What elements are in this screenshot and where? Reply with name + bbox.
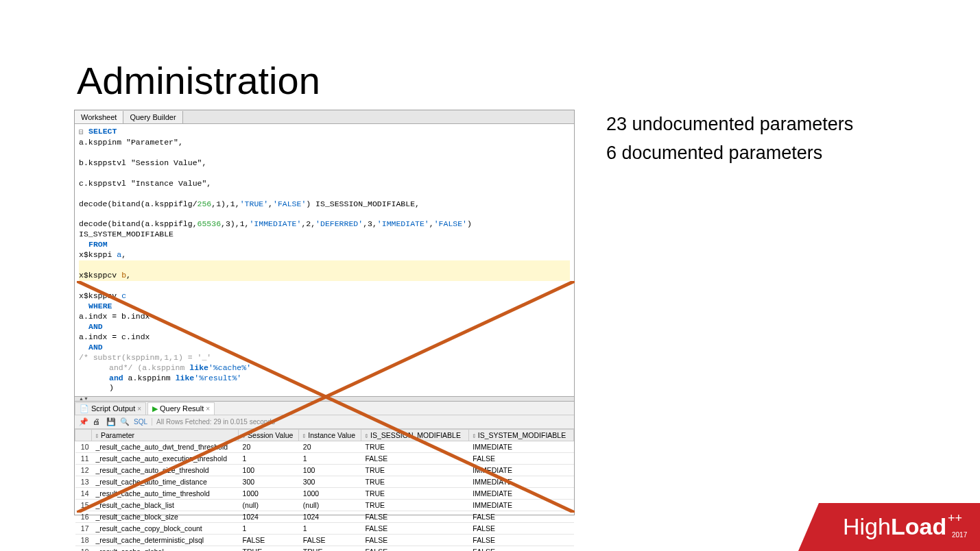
tab-query-builder[interactable]: Query Builder bbox=[123, 111, 182, 123]
table-row[interactable]: 19_result_cache_globalTRUETRUEFALSEFALSE bbox=[75, 546, 574, 551]
table-row[interactable]: 18_result_cache_deterministic_plsqlFALSE… bbox=[75, 535, 574, 546]
highload-logo: High Load ++ 2017 bbox=[798, 498, 980, 551]
col-session-modifiable[interactable]: ⇕IS_SESSION_MODIFIABLE bbox=[361, 430, 469, 441]
table-row[interactable]: 17_result_cache_copy_block_count11FALSEF… bbox=[75, 523, 574, 535]
col-system-modifiable[interactable]: ⇕IS_SYSTEM_MODIFIABLE bbox=[468, 430, 573, 441]
close-icon[interactable]: × bbox=[137, 405, 141, 413]
pin-icon[interactable]: 📌 bbox=[79, 417, 88, 427]
table-row[interactable]: 16_result_cache_block_size10241024FALSEF… bbox=[75, 511, 574, 523]
print-icon[interactable]: 🖨 bbox=[93, 417, 102, 427]
collapse-icon[interactable]: ⊟ bbox=[79, 127, 88, 137]
sql-label: SQL bbox=[134, 418, 147, 426]
table-row[interactable]: 10_result_cache_auto_dwt_trend_threshold… bbox=[75, 441, 574, 453]
table-row[interactable]: 13_result_cache_auto_time_distance300300… bbox=[75, 476, 574, 488]
tab-script-output[interactable]: 📄 Script Output × bbox=[75, 402, 146, 415]
sql-developer-panel: Worksheet Query Builder ⊟SELECTa.ksppinm… bbox=[74, 110, 575, 515]
col-parameter[interactable]: ⇕Parameter bbox=[92, 430, 239, 441]
bullets: 23 undocumented parameters 6 documented … bbox=[606, 112, 853, 169]
svg-text:++: ++ bbox=[948, 511, 962, 525]
svg-text:2017: 2017 bbox=[952, 531, 968, 539]
scroll-icon: 📄 bbox=[80, 404, 89, 413]
fetch-status: All Rows Fetched: 29 in 0.015 seconds bbox=[152, 418, 275, 426]
svg-text:Load: Load bbox=[891, 513, 946, 539]
col-session-value[interactable]: ⇕Session Value bbox=[239, 430, 299, 441]
results-grid[interactable]: ⇕Parameter ⇕Session Value ⇕Instance Valu… bbox=[75, 429, 574, 551]
sql-editor[interactable]: ⊟SELECTa.ksppinm "Parameter", b.ksppstvl… bbox=[75, 124, 574, 396]
play-icon: ▶ bbox=[152, 404, 158, 413]
col-instance-value[interactable]: ⇕Instance Value bbox=[299, 430, 361, 441]
table-row[interactable]: 14_result_cache_auto_time_threshold10001… bbox=[75, 488, 574, 500]
export-icon[interactable]: 💾 bbox=[106, 417, 116, 427]
table-row[interactable]: 12_result_cache_auto_size_threshold10010… bbox=[75, 465, 574, 476]
editor-tabs: Worksheet Query Builder bbox=[75, 110, 574, 124]
splitter[interactable] bbox=[75, 396, 574, 402]
bullet-2: 6 documented parameters bbox=[606, 140, 853, 167]
tab-worksheet[interactable]: Worksheet bbox=[75, 111, 123, 123]
close-icon[interactable]: × bbox=[206, 405, 210, 413]
tab-query-result[interactable]: ▶ Query Result × bbox=[147, 402, 215, 415]
svg-text:High: High bbox=[843, 513, 891, 539]
bullet-1: 23 undocumented parameters bbox=[606, 112, 853, 138]
table-row[interactable]: 15_result_cache_black_list(null)(null)TR… bbox=[75, 500, 574, 511]
table-row[interactable]: 11_result_cache_auto_execution_threshold… bbox=[75, 453, 574, 465]
result-tabs: 📄 Script Output × ▶ Query Result × bbox=[75, 402, 574, 415]
result-toolbar: 📌 🖨 💾 🔍 SQL All Rows Fetched: 29 in 0.01… bbox=[75, 415, 574, 429]
find-icon[interactable]: 🔍 bbox=[120, 417, 130, 427]
slide-title: Administration bbox=[77, 58, 320, 103]
